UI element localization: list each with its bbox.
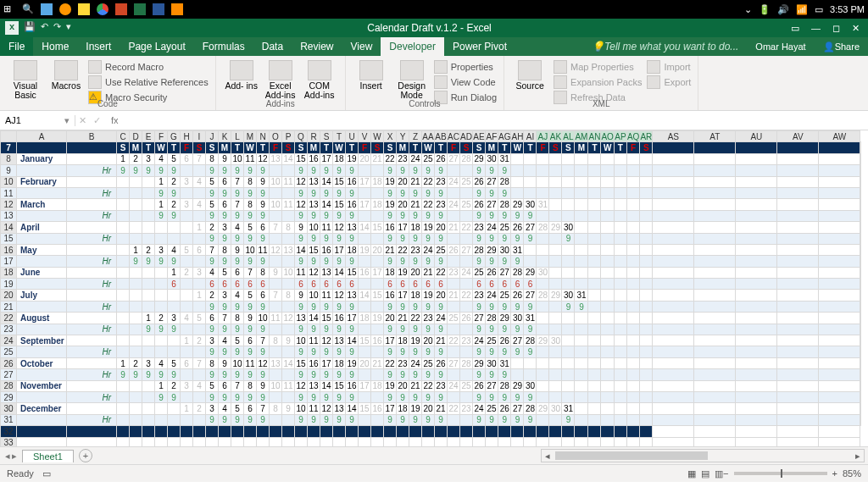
powerpoint-icon[interactable] — [115, 3, 127, 15]
col-header[interactable]: AS — [653, 131, 694, 142]
relative-refs-button[interactable]: Use Relative References — [88, 75, 209, 89]
view-layout-icon[interactable]: ▤ — [701, 468, 709, 479]
user-name[interactable]: Omar Hayat — [747, 37, 814, 56]
col-header[interactable]: AM — [575, 131, 588, 142]
col-header[interactable]: AO — [601, 131, 614, 142]
view-pagebreak-icon[interactable]: ▥ — [715, 468, 723, 479]
zoom-in-button[interactable]: + — [832, 468, 837, 479]
share-button[interactable]: 👤 Share — [815, 37, 868, 56]
col-header[interactable]: AB — [435, 131, 448, 142]
sheet-nav-next-icon[interactable]: ▸ — [12, 451, 17, 462]
excel-icon[interactable] — [134, 3, 146, 15]
col-header[interactable]: C — [117, 131, 130, 142]
col-header[interactable]: O — [270, 131, 282, 142]
col-header[interactable]: A — [17, 131, 67, 142]
undo-icon[interactable]: ↶ — [41, 21, 48, 35]
explorer-icon[interactable] — [78, 3, 90, 15]
col-header[interactable]: AW — [819, 131, 860, 142]
col-header[interactable]: AJ — [537, 131, 549, 142]
chevron-up-icon[interactable]: ⌄ — [744, 4, 752, 15]
col-header[interactable]: Q — [295, 131, 308, 142]
tell-me[interactable]: 💡 Tell me what you want to do... — [583, 37, 747, 56]
firefox-icon[interactable] — [59, 3, 71, 15]
worksheet-grid[interactable]: ABCDEFGHIJKLMNOPQRSTUVWXYZAAABACADAEAFAG… — [0, 130, 868, 446]
col-header[interactable]: S — [320, 131, 333, 142]
col-header[interactable]: AD — [460, 131, 473, 142]
media-icon[interactable] — [171, 3, 183, 15]
col-header[interactable]: I — [193, 131, 206, 142]
col-header[interactable]: AI — [524, 131, 537, 142]
col-header[interactable]: AG — [498, 131, 511, 142]
horizontal-scrollbar[interactable]: ◂▸ — [541, 449, 865, 462]
col-header[interactable]: AC — [448, 131, 460, 142]
close-button[interactable]: ✕ — [852, 23, 860, 34]
col-header[interactable]: AV — [777, 131, 819, 142]
col-header[interactable]: E — [142, 131, 155, 142]
name-box[interactable]: AJ1 ▾ — [0, 115, 75, 126]
col-header[interactable]: AF — [486, 131, 498, 142]
formula-input[interactable] — [125, 114, 868, 126]
battery-icon[interactable]: 🔋 — [759, 4, 771, 15]
view-normal-icon[interactable]: ▦ — [687, 468, 696, 479]
col-header[interactable] — [1, 131, 17, 142]
chrome-icon[interactable] — [97, 3, 108, 15]
col-header[interactable]: AK — [549, 131, 562, 142]
ribbon-collapse-icon[interactable]: ▭ — [791, 23, 799, 34]
col-header[interactable]: AH — [511, 131, 524, 142]
tab-developer[interactable]: Developer — [381, 37, 444, 56]
col-header[interactable]: T — [333, 131, 346, 142]
qat-more-icon[interactable]: ▾ — [66, 21, 71, 35]
tab-insert[interactable]: Insert — [77, 37, 120, 56]
tab-home[interactable]: Home — [33, 37, 77, 56]
zoom-controls[interactable]: − + 85% — [723, 468, 861, 479]
sheet-nav-prev-icon[interactable]: ◂ — [5, 451, 10, 462]
col-header[interactable]: AR — [640, 131, 653, 142]
col-header[interactable]: P — [282, 131, 295, 142]
col-header[interactable]: N — [257, 131, 270, 142]
tab-review[interactable]: Review — [292, 37, 342, 56]
macro-record-icon[interactable]: ▭ — [42, 468, 51, 479]
col-header[interactable]: D — [130, 131, 142, 142]
col-header[interactable]: B — [67, 131, 117, 142]
record-macro-button[interactable]: Record Macro — [88, 60, 209, 74]
clock[interactable]: 3:53 PM — [830, 4, 865, 14]
tab-formulas[interactable]: Formulas — [194, 37, 253, 56]
new-sheet-button[interactable]: + — [79, 449, 92, 462]
redo-icon[interactable]: ↷ — [53, 21, 61, 35]
col-header[interactable]: V — [359, 131, 371, 142]
word-icon[interactable] — [153, 3, 164, 15]
col-header[interactable]: G — [168, 131, 181, 142]
col-header[interactable]: X — [384, 131, 397, 142]
col-header[interactable]: AQ — [626, 131, 639, 142]
col-header[interactable]: AN — [588, 131, 601, 142]
tab-view[interactable]: View — [342, 37, 381, 56]
col-header[interactable]: L — [231, 131, 244, 142]
col-header[interactable]: R — [308, 131, 320, 142]
tab-data[interactable]: Data — [253, 37, 292, 56]
volume-icon[interactable]: 🔊 — [777, 4, 789, 15]
col-header[interactable]: AL — [562, 131, 575, 142]
zoom-slider[interactable] — [734, 472, 827, 475]
col-header[interactable]: H — [181, 131, 193, 142]
col-header[interactable]: AU — [736, 131, 777, 142]
zoom-out-button[interactable]: − — [723, 468, 728, 479]
fx-icon[interactable]: fx — [104, 115, 125, 125]
col-header[interactable]: AA — [422, 131, 435, 142]
col-header[interactable]: M — [244, 131, 257, 142]
network-icon[interactable]: 📶 — [796, 4, 808, 15]
minimize-button[interactable]: — — [811, 23, 821, 34]
view-code-button[interactable]: View Code — [434, 75, 497, 89]
save-icon[interactable]: 💾 — [24, 21, 36, 35]
start-icon[interactable]: ⊞ — [3, 3, 15, 15]
col-header[interactable]: Y — [397, 131, 409, 142]
col-header[interactable]: K — [219, 131, 231, 142]
col-header[interactable]: AT — [694, 131, 736, 142]
col-header[interactable]: AE — [473, 131, 486, 142]
tab-page-layout[interactable]: Page Layout — [120, 37, 193, 56]
col-header[interactable]: J — [206, 131, 219, 142]
taskview-icon[interactable] — [41, 3, 53, 15]
tab-file[interactable]: File — [0, 37, 33, 56]
col-header[interactable]: W — [371, 131, 384, 142]
col-header[interactable]: F — [155, 131, 168, 142]
col-header[interactable]: U — [346, 131, 359, 142]
